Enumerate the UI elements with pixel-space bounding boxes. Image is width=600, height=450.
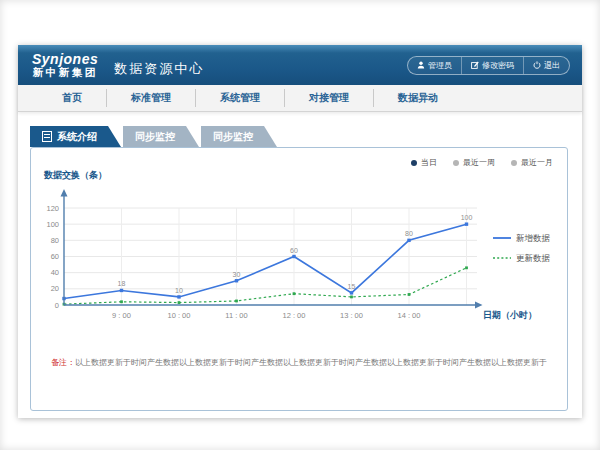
x-tick-label: 13 : 00 bbox=[340, 311, 363, 320]
screenshot-canvas: Synjones 新中新集团 数据资源中心 管理员 修改密 bbox=[0, 0, 600, 450]
tab-3[interactable]: 同步监控 bbox=[201, 126, 277, 147]
point-label: 80 bbox=[405, 230, 413, 237]
app-header: Synjones 新中新集团 数据资源中心 管理员 修改密 bbox=[18, 45, 582, 85]
data-point bbox=[120, 300, 123, 303]
point-label: 100 bbox=[461, 214, 473, 221]
tab-label: 同步监控 bbox=[135, 130, 175, 144]
brand-logo-cn: 新中新集团 bbox=[33, 67, 98, 79]
line-chart: 1810306015801000204060801001209 : 0010 :… bbox=[31, 184, 569, 326]
data-point bbox=[235, 279, 238, 282]
change-password-label: 修改密码 bbox=[482, 60, 514, 71]
x-tick-label: 11 : 00 bbox=[225, 311, 247, 320]
data-point bbox=[177, 295, 180, 298]
brand-logo-en: Synjones bbox=[32, 52, 98, 67]
y-tick-label: 0 bbox=[55, 301, 59, 310]
data-point bbox=[120, 289, 123, 292]
user-icon bbox=[417, 61, 425, 69]
x-tick-label: 10 : 00 bbox=[168, 311, 191, 320]
data-point bbox=[407, 239, 410, 242]
app-window: Synjones 新中新集团 数据资源中心 管理员 修改密 bbox=[18, 45, 582, 418]
tab-label: 同步监控 bbox=[213, 130, 253, 144]
y-axis-arrow bbox=[61, 189, 68, 197]
radio-dot-icon bbox=[411, 160, 417, 166]
legend-label: 新增数据 bbox=[516, 233, 551, 243]
data-point bbox=[350, 296, 353, 299]
data-point bbox=[350, 291, 353, 294]
y-tick-label: 40 bbox=[51, 268, 59, 277]
data-point bbox=[465, 222, 468, 225]
user-name: 管理员 bbox=[428, 60, 452, 71]
logout-label: 退出 bbox=[544, 60, 560, 71]
point-label: 30 bbox=[233, 271, 241, 278]
tab-bar: 系统介绍同步监控同步监控 bbox=[30, 126, 582, 147]
nav-item-2[interactable]: 标准管理 bbox=[106, 89, 195, 107]
nav-item-5[interactable]: 数据异动 bbox=[373, 89, 462, 107]
user-menu[interactable]: 管理员 bbox=[408, 57, 461, 74]
power-icon bbox=[533, 61, 541, 69]
chart-panel: 当日最近一周最近一月 数据交换（条） 181030601580100020406… bbox=[30, 147, 568, 411]
y-tick-label: 100 bbox=[46, 220, 59, 229]
change-password-button[interactable]: 修改密码 bbox=[461, 57, 523, 74]
nav-item-1[interactable]: 首页 bbox=[38, 89, 106, 107]
nav-item-4[interactable]: 对接管理 bbox=[284, 89, 373, 107]
y-tick-label: 20 bbox=[51, 284, 59, 293]
radio-dot-icon bbox=[453, 160, 459, 166]
x-axis-arrow bbox=[475, 302, 483, 309]
point-label: 18 bbox=[118, 280, 126, 287]
data-point bbox=[408, 293, 411, 296]
note-text: 以上数据更新于时间产生数据以上数据更新于时间产生数据以上数据更新于时间产生数据以… bbox=[75, 358, 547, 367]
range-option-2[interactable]: 最近一周 bbox=[453, 157, 495, 168]
range-filter: 当日最近一周最近一月 bbox=[411, 157, 553, 168]
radio-label: 最近一周 bbox=[463, 157, 495, 168]
tab-1[interactable]: 系统介绍 bbox=[30, 126, 121, 147]
data-point bbox=[293, 292, 296, 295]
brand-logo: Synjones 新中新集团 bbox=[32, 52, 98, 79]
y-tick-label: 120 bbox=[46, 204, 59, 213]
radio-label: 当日 bbox=[421, 157, 437, 168]
radio-dot-icon bbox=[511, 160, 517, 166]
logout-button[interactable]: 退出 bbox=[523, 57, 569, 74]
radio-label: 最近一月 bbox=[521, 157, 553, 168]
x-tick-label: 12 : 00 bbox=[283, 311, 306, 320]
point-label: 60 bbox=[290, 247, 298, 254]
y-tick-label: 80 bbox=[51, 236, 59, 245]
data-point bbox=[235, 300, 238, 303]
user-toolbar: 管理员 修改密码 退出 bbox=[407, 56, 570, 75]
data-point bbox=[292, 255, 295, 258]
edit-icon bbox=[471, 61, 479, 69]
x-axis-title: 日期（小时） bbox=[483, 310, 537, 320]
y-axis-title: 数据交换（条） bbox=[44, 169, 107, 182]
data-point bbox=[178, 301, 181, 304]
range-option-1[interactable]: 当日 bbox=[411, 157, 437, 168]
footer-note: 备注：以上数据更新于时间产生数据以上数据更新于时间产生数据以上数据更新于时间产生… bbox=[31, 357, 567, 368]
note-label: 备注： bbox=[51, 358, 75, 367]
document-icon bbox=[42, 131, 52, 142]
content-area: 系统介绍同步监控同步监控 当日最近一周最近一月 数据交换（条） 18103060… bbox=[18, 126, 582, 411]
x-tick-label: 14 : 00 bbox=[398, 311, 421, 320]
tab-2[interactable]: 同步监控 bbox=[123, 126, 199, 147]
range-option-3[interactable]: 最近一月 bbox=[511, 157, 553, 168]
chart-svg: 1810306015801000204060801001209 : 0010 :… bbox=[31, 184, 569, 326]
y-tick-label: 60 bbox=[51, 252, 59, 261]
x-tick-label: 9 : 00 bbox=[112, 311, 131, 320]
main-nav: 首页标准管理系统管理对接管理数据异动 bbox=[18, 85, 582, 112]
page-title: 数据资源中心 bbox=[114, 60, 204, 78]
point-label: 10 bbox=[175, 287, 183, 294]
legend-label: 更新数据 bbox=[516, 253, 551, 263]
tab-label: 系统介绍 bbox=[57, 130, 97, 144]
point-label: 15 bbox=[348, 283, 356, 290]
nav-item-3[interactable]: 系统管理 bbox=[195, 89, 284, 107]
data-point bbox=[465, 266, 468, 269]
